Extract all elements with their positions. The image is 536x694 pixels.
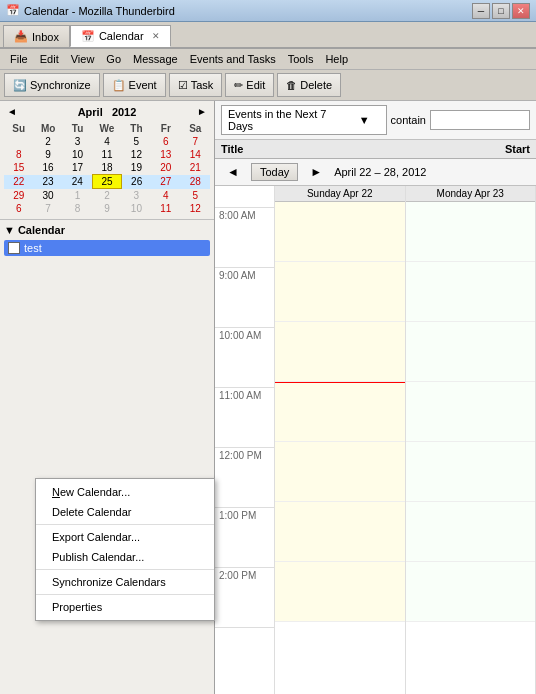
day-slot[interactable] bbox=[275, 202, 405, 262]
cal-day[interactable]: 25 bbox=[92, 175, 121, 189]
day-slot[interactable] bbox=[275, 382, 405, 442]
cal-day[interactable]: 24 bbox=[63, 175, 92, 189]
cal-day[interactable]: 22 bbox=[4, 175, 33, 189]
prev-month-button[interactable]: ◄ bbox=[4, 105, 20, 118]
menu-go[interactable]: Go bbox=[100, 51, 127, 67]
day-slot[interactable] bbox=[275, 442, 405, 502]
menu-tools[interactable]: Tools bbox=[282, 51, 320, 67]
ctx-new-calendar[interactable]: New Calendar... bbox=[36, 482, 214, 502]
menu-message[interactable]: Message bbox=[127, 51, 184, 67]
toolbar: 🔄 Synchronize 📋 Event ☑ Task ✏ Edit 🗑 De… bbox=[0, 70, 536, 101]
tab-inbox[interactable]: 📥 Inbox bbox=[3, 25, 70, 47]
cal-day[interactable]: 3 bbox=[122, 189, 151, 203]
prev-week-button[interactable]: ◄ bbox=[223, 165, 243, 179]
cal-day[interactable]: 8 bbox=[63, 202, 92, 215]
cal-day[interactable]: 11 bbox=[151, 202, 180, 215]
cal-day[interactable]: 21 bbox=[181, 161, 210, 175]
cal-header-su: Su bbox=[4, 122, 33, 135]
delete-button[interactable]: 🗑 Delete bbox=[277, 73, 341, 97]
ctx-publish-calendar[interactable]: Publish Calendar... bbox=[36, 547, 214, 567]
cal-day[interactable]: 4 bbox=[151, 189, 180, 203]
filter-dropdown[interactable]: Events in the Next 7 Days ▼ bbox=[221, 105, 387, 135]
calendar-tab-close[interactable]: ✕ bbox=[152, 31, 160, 41]
ctx-separator-1 bbox=[36, 524, 214, 525]
ctx-export-calendar[interactable]: Export Calendar... bbox=[36, 527, 214, 547]
cal-day[interactable]: 9 bbox=[92, 202, 121, 215]
table-start-header: Start bbox=[450, 143, 530, 155]
day-slot[interactable] bbox=[275, 322, 405, 382]
cal-day[interactable]: 7 bbox=[33, 202, 62, 215]
close-button[interactable]: ✕ bbox=[512, 3, 530, 19]
cal-day[interactable]: 9 bbox=[33, 148, 62, 161]
cal-day[interactable]: 26 bbox=[122, 175, 151, 189]
calendars-section: ▼ Calendar ✓ test bbox=[0, 220, 214, 694]
day-slot[interactable] bbox=[406, 562, 536, 622]
cal-day[interactable]: 27 bbox=[151, 175, 180, 189]
maximize-button[interactable]: □ bbox=[492, 3, 510, 19]
cal-day[interactable]: 3 bbox=[63, 135, 92, 148]
day-slot[interactable] bbox=[275, 502, 405, 562]
day-slot[interactable] bbox=[406, 442, 536, 502]
menu-help[interactable]: Help bbox=[319, 51, 354, 67]
calendar-item-test[interactable]: ✓ test bbox=[4, 240, 210, 256]
cal-day[interactable]: 7 bbox=[181, 135, 210, 148]
cal-day[interactable]: 19 bbox=[122, 161, 151, 175]
calendar-checkbox[interactable]: ✓ bbox=[8, 242, 20, 254]
cal-day[interactable]: 13 bbox=[151, 148, 180, 161]
ctx-separator-3 bbox=[36, 594, 214, 595]
day-slot[interactable] bbox=[406, 262, 536, 322]
cal-day[interactable]: 29 bbox=[4, 189, 33, 203]
task-button[interactable]: ☑ Task bbox=[169, 73, 223, 97]
filter-search-input[interactable] bbox=[430, 110, 530, 130]
cal-day[interactable]: 20 bbox=[151, 161, 180, 175]
menu-file[interactable]: File bbox=[4, 51, 34, 67]
cal-week-5: 29 30 1 2 3 4 5 bbox=[4, 189, 210, 203]
next-month-button[interactable]: ► bbox=[194, 105, 210, 118]
cal-day[interactable]: 4 bbox=[92, 135, 121, 148]
cal-day[interactable]: 15 bbox=[4, 161, 33, 175]
cal-day[interactable]: 12 bbox=[181, 202, 210, 215]
cal-day[interactable]: 2 bbox=[33, 135, 62, 148]
day-slot[interactable] bbox=[406, 382, 536, 442]
day-slot[interactable] bbox=[406, 202, 536, 262]
day-slot[interactable] bbox=[406, 322, 536, 382]
ctx-properties[interactable]: Properties bbox=[36, 597, 214, 617]
day-slot[interactable] bbox=[406, 502, 536, 562]
menu-edit[interactable]: Edit bbox=[34, 51, 65, 67]
cal-day[interactable]: 11 bbox=[92, 148, 121, 161]
cal-day[interactable]: 10 bbox=[63, 148, 92, 161]
menu-bar: File Edit View Go Message Events and Tas… bbox=[0, 49, 536, 70]
cal-day[interactable]: 6 bbox=[151, 135, 180, 148]
cal-day[interactable]: 5 bbox=[181, 189, 210, 203]
day-slot[interactable] bbox=[275, 262, 405, 322]
next-week-button[interactable]: ► bbox=[306, 165, 326, 179]
cal-day[interactable] bbox=[4, 135, 33, 148]
cal-day[interactable]: 6 bbox=[4, 202, 33, 215]
cal-day[interactable]: 8 bbox=[4, 148, 33, 161]
cal-day[interactable]: 2 bbox=[92, 189, 121, 203]
cal-day[interactable]: 1 bbox=[63, 189, 92, 203]
cal-day[interactable]: 17 bbox=[63, 161, 92, 175]
cal-day[interactable]: 30 bbox=[33, 189, 62, 203]
minimize-button[interactable]: ─ bbox=[472, 3, 490, 19]
calendar-section-header[interactable]: ▼ Calendar bbox=[4, 224, 210, 236]
cal-day[interactable]: 14 bbox=[181, 148, 210, 161]
menu-events-tasks[interactable]: Events and Tasks bbox=[184, 51, 282, 67]
cal-day[interactable]: 16 bbox=[33, 161, 62, 175]
cal-day[interactable]: 28 bbox=[181, 175, 210, 189]
cal-header-tu: Tu bbox=[63, 122, 92, 135]
menu-view[interactable]: View bbox=[65, 51, 101, 67]
cal-day[interactable]: 23 bbox=[33, 175, 62, 189]
day-slot[interactable] bbox=[275, 562, 405, 622]
cal-day[interactable]: 10 bbox=[122, 202, 151, 215]
today-button[interactable]: Today bbox=[251, 163, 298, 181]
cal-day[interactable]: 18 bbox=[92, 161, 121, 175]
cal-day[interactable]: 5 bbox=[122, 135, 151, 148]
ctx-synchronize-calendars[interactable]: Synchronize Calendars bbox=[36, 572, 214, 592]
synchronize-button[interactable]: 🔄 Synchronize bbox=[4, 73, 100, 97]
cal-day[interactable]: 12 bbox=[122, 148, 151, 161]
event-button[interactable]: 📋 Event bbox=[103, 73, 166, 97]
edit-button[interactable]: ✏ Edit bbox=[225, 73, 274, 97]
ctx-delete-calendar[interactable]: Delete Calendar bbox=[36, 502, 214, 522]
tab-calendar[interactable]: 📅 Calendar ✕ bbox=[70, 25, 171, 47]
